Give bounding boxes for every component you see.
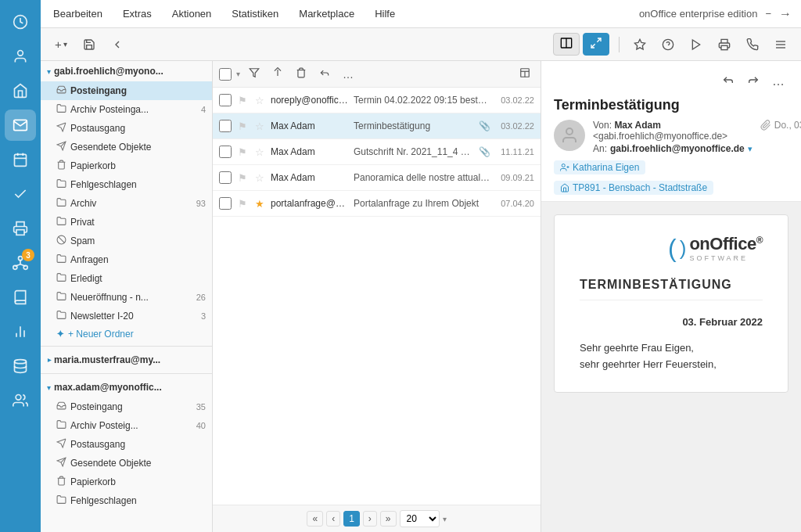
email-star-4[interactable]: ☆	[253, 172, 266, 184]
folder-gesendete-gabi[interactable]: Gesendete Objekte	[41, 138, 212, 156]
account-gabi[interactable]: ▾ gabi.froehlich@myono...	[41, 61, 212, 81]
folder-fehlgeschlagen-max[interactable]: Fehlgeschlagen	[41, 491, 212, 510]
folder-papierkorb-max[interactable]: Papierkorb	[41, 473, 212, 491]
email-checkbox-4[interactable]	[219, 171, 232, 184]
folder-privat-gabi[interactable]: Privat	[41, 213, 212, 232]
email-row[interactable]: ⚑ ★ portalanfrage@onoffi... Portalanfrag…	[213, 191, 541, 217]
sidebar-icon-database[interactable]	[5, 350, 36, 382]
folder-privat-name: Privat	[70, 217, 206, 228]
reply-button[interactable]	[315, 66, 334, 82]
email-flag-4[interactable]: ⚑	[236, 172, 249, 184]
menu-marketplace[interactable]: Marketplace	[296, 6, 357, 21]
email-checkbox-1[interactable]	[219, 94, 232, 106]
page-prev-button[interactable]: ‹	[326, 511, 340, 527]
folder-postausgang-max[interactable]: Postausgang	[41, 435, 212, 454]
menu-aktionen[interactable]: Aktionen	[169, 6, 215, 21]
back-button[interactable]	[106, 35, 128, 54]
folder-erledigt-gabi[interactable]: Erledigt	[41, 269, 212, 288]
email-tag-property[interactable]: TP891 - Bensbach - Stadtstraße	[554, 181, 713, 195]
more-actions-button[interactable]: …	[339, 66, 357, 82]
folder-archiv-posteig-max[interactable]: Archiv Posteig... 40	[41, 416, 212, 435]
folder-posteingang-icon	[56, 84, 66, 97]
menu-statistiken[interactable]: Statistiken	[228, 6, 282, 21]
page-first-button[interactable]: «	[307, 511, 323, 527]
folder-fehlgeschlagen-gabi[interactable]: Fehlgeschlagen	[41, 175, 212, 194]
sort-button[interactable]	[268, 66, 287, 82]
reading-pane-button[interactable]	[515, 66, 534, 82]
menu-hilfe[interactable]: Hilfe	[372, 6, 398, 21]
delete-button[interactable]	[292, 66, 311, 82]
filter-button[interactable]	[245, 66, 264, 82]
menu-bearbeiten[interactable]: Bearbeiten	[50, 6, 106, 21]
email-row[interactable]: ⚑ ☆ Max Adam Terminbestätigung 📎 03.02.2…	[213, 113, 541, 139]
folder-neueroeffnung-gabi[interactable]: Neueröffnung - n... 26	[41, 288, 212, 307]
folder-postausgang-gabi[interactable]: Postausgang	[41, 119, 212, 138]
folder-posteingang-max[interactable]: Posteingang 35	[41, 397, 212, 416]
account-max[interactable]: ▾ max.adam@myonoffic...	[41, 377, 212, 397]
email-date-3: 11.11.21	[495, 147, 534, 156]
email-row[interactable]: ⚑ ☆ Max Adam Gutschrift Nr. 2021_11_4 vo…	[213, 139, 541, 165]
sidebar-icon-user[interactable]	[5, 41, 36, 72]
play-button[interactable]	[685, 35, 707, 54]
page-size-select[interactable]: 20 50 100	[400, 510, 440, 527]
to-expand-button[interactable]: ▾	[748, 144, 753, 154]
phone-button[interactable]	[742, 35, 763, 54]
sidebar-icon-calendar[interactable]	[5, 144, 36, 175]
folder-gesendete-max[interactable]: Gesendete Objekte	[41, 454, 212, 473]
email-tag-person[interactable]: Katharina Eigen	[554, 160, 645, 174]
folder-spam-gabi[interactable]: Spam	[41, 232, 212, 250]
folder-fehlgeschlagen-max-name: Fehlgeschlagen	[70, 495, 206, 506]
select-all-arrow[interactable]: ▾	[236, 70, 240, 78]
save-button[interactable]	[78, 35, 100, 54]
help-button[interactable]	[657, 35, 679, 54]
view-wide-button[interactable]	[583, 33, 609, 56]
sidebar-icon-network[interactable]: 3	[5, 247, 36, 279]
email-flag-1[interactable]: ⚑	[236, 95, 249, 106]
view-split-button[interactable]	[553, 33, 580, 56]
new-button[interactable]: + ▾	[50, 34, 72, 54]
print-detail-button[interactable]	[713, 35, 735, 54]
page-1-button[interactable]: 1	[343, 511, 360, 527]
email-flag-3[interactable]: ⚑	[236, 146, 249, 158]
forward-detail-button[interactable]	[743, 72, 763, 91]
new-folder-button[interactable]: ✦ + Neuer Ordner	[41, 325, 212, 343]
folder-newsletter-gabi[interactable]: Newsletter I-20 3	[41, 307, 212, 325]
folder-archiv-gabi[interactable]: Archiv 93	[41, 194, 212, 213]
menu-extras[interactable]: Extras	[120, 6, 155, 21]
sidebar-icon-print[interactable]	[5, 213, 36, 244]
sidebar-icon-book[interactable]	[5, 282, 36, 313]
reply-detail-button[interactable]	[718, 72, 738, 91]
folder-papierkorb-gabi[interactable]: Papierkorb	[41, 156, 212, 175]
sidebar-icon-tasks[interactable]	[5, 178, 36, 210]
logout-icon[interactable]: →	[779, 7, 792, 21]
email-checkbox-3[interactable]	[219, 146, 232, 158]
select-all-checkbox[interactable]	[219, 68, 232, 81]
to-address: gabi.froehlich@myonoffice.de	[610, 143, 745, 154]
more-detail-button[interactable]: …	[768, 73, 788, 90]
folder-archiv-posteinga[interactable]: Archiv Posteinga... 4	[41, 100, 212, 119]
menu-more-button[interactable]	[770, 35, 792, 54]
email-flag-5[interactable]: ⚑	[236, 198, 249, 210]
email-row[interactable]: ⚑ ☆ noreply@onoffice.de Termin 04.02.202…	[213, 88, 541, 113]
page-last-button[interactable]: »	[380, 511, 397, 527]
sidebar-icon-home[interactable]	[5, 75, 36, 106]
email-star-1[interactable]: ☆	[253, 95, 266, 106]
email-star-5[interactable]: ★	[253, 198, 266, 210]
email-flag-2[interactable]: ⚑	[236, 120, 249, 132]
email-star-3[interactable]: ☆	[253, 146, 266, 158]
email-checkbox-2[interactable]	[219, 120, 232, 132]
email-checkbox-5[interactable]	[219, 197, 232, 210]
page-next-button[interactable]: ›	[363, 511, 377, 527]
bookmark-button[interactable]	[629, 35, 651, 54]
minus-icon[interactable]: −	[765, 8, 771, 20]
sidebar-icon-chart[interactable]	[5, 316, 36, 347]
sidebar-icon-mail[interactable]	[5, 110, 36, 141]
email-subject-1: Termin 04.02.2022 09:15 bestätigt von Pa…	[354, 95, 490, 106]
folder-anfragen-gabi[interactable]: Anfragen	[41, 250, 212, 269]
account-maria[interactable]: ▾ maria.musterfrau@my...	[41, 350, 212, 370]
email-row[interactable]: ⚑ ☆ Max Adam Panoramica delle nostre att…	[213, 165, 541, 191]
email-star-2[interactable]: ☆	[253, 120, 266, 132]
sidebar-icon-clock[interactable]	[5, 6, 36, 38]
folder-posteingang-gabi[interactable]: Posteingang	[41, 81, 212, 100]
sidebar-icon-contacts[interactable]	[5, 385, 36, 416]
